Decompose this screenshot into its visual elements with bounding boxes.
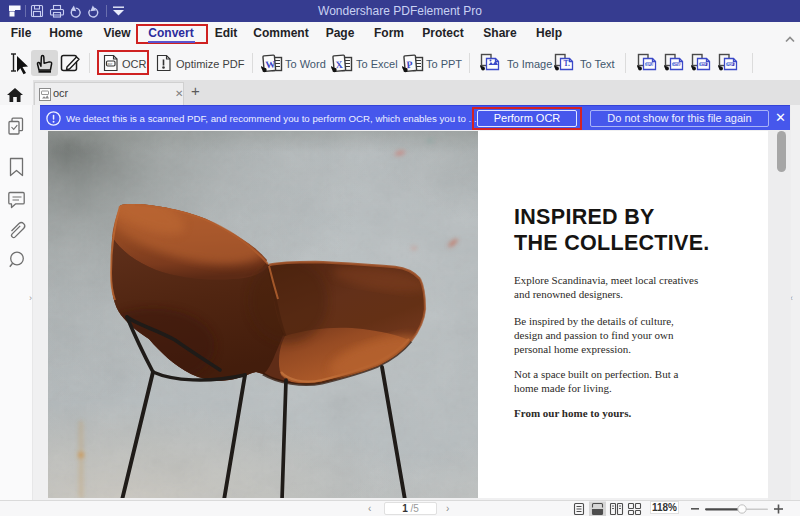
- svg-text:RTF: RTF: [700, 63, 706, 67]
- svg-text:PDF: PDF: [727, 63, 733, 67]
- svg-text:T.: T.: [564, 59, 570, 68]
- svg-text:EPUB: EPUB: [646, 63, 655, 67]
- svg-text:HTML: HTML: [673, 63, 681, 67]
- svg-text:W: W: [265, 58, 276, 70]
